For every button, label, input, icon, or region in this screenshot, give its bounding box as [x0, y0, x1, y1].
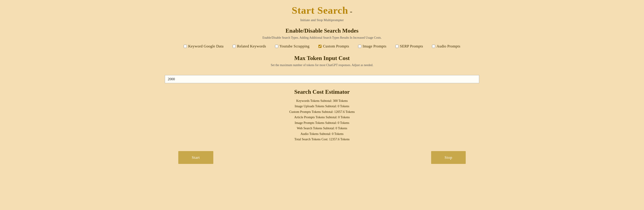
cost-estimator-section: Search Cost Estimator Keywords Tokens Su… [165, 89, 479, 142]
checkbox-youtube-scrapping[interactable] [275, 45, 278, 48]
cost-line: Web Search Tokens Subtotal: 0 Tokens [165, 125, 479, 131]
start-button[interactable]: Start [178, 151, 213, 164]
mode-item-custom-prompts[interactable]: Custom Prompts [318, 44, 349, 49]
mode-item-related-keywords[interactable]: Related Keywords [233, 44, 266, 49]
start-search-header: Start Search - [292, 5, 352, 17]
cost-line: Image Prompts Tokens Subtotal: 0 Tokens [165, 120, 479, 125]
checkbox-custom-prompts[interactable] [318, 45, 322, 48]
label-keyword-google-data: Keyword Google Data [188, 44, 224, 49]
mode-item-audio-prompts[interactable]: Audio Prompts [432, 44, 460, 49]
header-dash: - [350, 7, 352, 16]
label-audio-prompts: Audio Prompts [436, 44, 460, 49]
enable-section-subtitle: Enable/Disable Search Types. Adding Addi… [262, 36, 382, 40]
checkbox-serp-prompts[interactable] [396, 45, 398, 48]
max-token-title: Max Token Input Cost [165, 55, 479, 62]
cost-line: Image Uploads Tokens Subtotal: 0 Tokens [165, 103, 479, 109]
mode-item-keyword-google-data[interactable]: Keyword Google Data [184, 44, 224, 49]
cost-estimator-title: Search Cost Estimator [165, 89, 479, 95]
label-youtube-scrapping: Youtube Scrapping [280, 44, 310, 49]
checkbox-image-prompts[interactable] [358, 45, 361, 48]
cost-line: Article Prompts Tokens Subtotal: 0 Token… [165, 114, 479, 120]
mode-item-youtube-scrapping[interactable]: Youtube Scrapping [275, 44, 310, 49]
cost-line: Custom Prompts Tokens Subtotal: 12057.6 … [165, 109, 479, 114]
mode-item-serp-prompts[interactable]: SERP Prompts [396, 44, 423, 49]
max-token-section: Max Token Input Cost Set the maximum num… [165, 55, 479, 72]
max-token-subtitle: Set the maximum number of tokens for mos… [165, 63, 479, 67]
token-input-container [165, 75, 479, 83]
checkbox-related-keywords[interactable] [233, 45, 236, 48]
buttons-row: Start Stop [165, 151, 479, 164]
label-related-keywords: Related Keywords [237, 44, 266, 49]
label-serp-prompts: SERP Prompts [400, 44, 423, 49]
page-container: Start Search - Initiate and Stop Multipr… [165, 5, 479, 164]
search-modes-container: Keyword Google DataRelated KeywordsYoutu… [165, 44, 479, 49]
enable-section-title: Enable/Disable Search Modes [286, 28, 358, 34]
token-input[interactable] [165, 75, 479, 83]
label-image-prompts: Image Prompts [363, 44, 386, 49]
checkbox-keyword-google-data[interactable] [184, 45, 187, 48]
stop-button[interactable]: Stop [431, 151, 466, 164]
cost-line: Keywords Tokens Subtotal: 300 Tokens [165, 98, 479, 103]
cost-lines: Keywords Tokens Subtotal: 300 TokensImag… [165, 98, 479, 142]
label-custom-prompts: Custom Prompts [323, 44, 349, 49]
header-subtitle: Initiate and Stop Multiprompter [300, 18, 344, 22]
cost-line: Audio Tokens Subtotal: 0 Tokens [165, 131, 479, 136]
checkbox-audio-prompts[interactable] [432, 45, 435, 48]
start-search-title: Start Search [292, 5, 348, 16]
mode-item-image-prompts[interactable]: Image Prompts [358, 44, 386, 49]
cost-line: Total Search Tokens Cost: 12357.6 Tokens [165, 136, 479, 142]
